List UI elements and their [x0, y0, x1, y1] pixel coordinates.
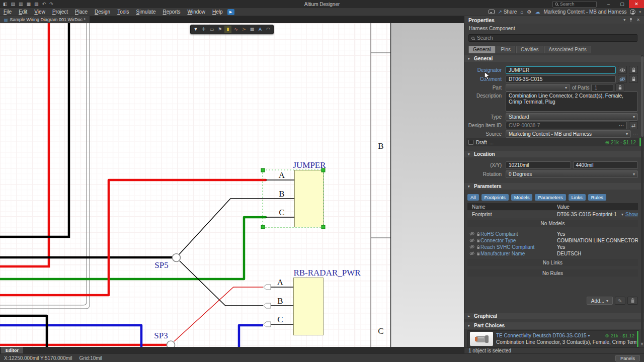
menu-window[interactable]: Window: [184, 9, 209, 15]
part-select[interactable]: ▾: [506, 84, 570, 92]
visibility-off-button[interactable]: [618, 75, 627, 83]
filter-models-button[interactable]: Models: [511, 194, 533, 201]
text-tool-icon[interactable]: A: [257, 26, 264, 33]
component-jumper-body[interactable]: [294, 170, 324, 227]
filter-footprints-button[interactable]: Footprints: [481, 194, 509, 201]
design-item-id-input[interactable]: CMP-00038-7 ···: [506, 122, 627, 129]
filter-all-button[interactable]: All: [467, 194, 479, 201]
menu-help[interactable]: Help: [209, 9, 226, 15]
delete-button[interactable]: [627, 297, 638, 305]
flag-tool-icon[interactable]: ⚑: [216, 26, 223, 33]
project-icon[interactable]: ▧: [34, 2, 39, 7]
document-icon[interactable]: ▤: [11, 2, 16, 7]
footprint-row[interactable]: Footprint DT06-3S-C015-Footprint-1 ▾ Sho…: [467, 211, 638, 218]
maximize-button[interactable]: ▢: [615, 0, 629, 8]
menu-simulate[interactable]: Simulate: [133, 9, 159, 15]
jumper-designator-label[interactable]: JUMPER: [289, 161, 330, 169]
filter-links-button[interactable]: Links: [569, 194, 586, 201]
section-location[interactable]: ▾ Location: [464, 151, 644, 157]
harness-tool-icon[interactable]: ≻: [240, 26, 248, 33]
more-icon[interactable]: ···: [617, 123, 624, 128]
tab-pins[interactable]: Pins: [497, 46, 515, 53]
filter-tool-icon[interactable]: ▼: [192, 26, 199, 33]
draft-dots[interactable]: ...: [490, 140, 494, 145]
tab-general[interactable]: General: [468, 46, 496, 53]
save-icon[interactable]: ▥: [19, 2, 23, 7]
add-button[interactable]: Add... ▾: [587, 297, 613, 305]
footprint-value[interactable]: DT06-3S-C015-Footprint-1: [557, 212, 619, 217]
splice-sp3-label[interactable]: SP3: [151, 331, 171, 340]
edit-button[interactable]: ✎: [615, 297, 625, 305]
chevron-down-icon[interactable]: ▾: [588, 333, 590, 338]
source-more-icon[interactable]: ···: [633, 131, 638, 137]
menu-reports[interactable]: Reports: [159, 9, 184, 15]
section-parameters[interactable]: ▾ Parameters: [464, 183, 644, 190]
workspace-name[interactable]: Marketing Content - MB and Harness: [543, 9, 626, 15]
sheet-tool-icon[interactable]: ▦: [249, 26, 256, 33]
lock-icon[interactable]: [476, 238, 480, 243]
user-avatar[interactable]: [630, 9, 635, 15]
menu-tools[interactable]: Tools: [114, 9, 132, 15]
tab-cavities[interactable]: Cavities: [516, 46, 543, 53]
gear-icon[interactable]: ⚙: [527, 9, 531, 15]
visibility-button[interactable]: [618, 66, 627, 74]
splice-sp5-label[interactable]: SP5: [151, 261, 172, 269]
designator-input[interactable]: JUMPER: [506, 66, 616, 74]
panel-scrollbar-thumb[interactable]: [641, 56, 643, 137]
panel-close-icon[interactable]: ✕: [636, 18, 640, 22]
highlight-tool-icon[interactable]: ▮: [224, 26, 231, 33]
lock-icon[interactable]: [476, 245, 480, 249]
menu-place[interactable]: Place: [71, 9, 91, 15]
filter-parameters-button[interactable]: Parameters: [535, 194, 566, 201]
type-select[interactable]: Standard ▾: [506, 113, 638, 121]
comment-icon[interactable]: [489, 10, 495, 14]
arc-tool-icon[interactable]: ◠: [265, 26, 272, 33]
run-icon[interactable]: ▶: [227, 9, 234, 15]
undo-icon[interactable]: ↶: [42, 2, 46, 7]
swap-button[interactable]: ⇄: [629, 121, 638, 129]
properties-search-input[interactable]: Search: [468, 34, 637, 42]
tab-associated-parts[interactable]: Associated Parts: [544, 46, 591, 53]
parameter-row[interactable]: RoHS Compliant Yes: [467, 230, 638, 237]
section-general[interactable]: ▾ General: [464, 55, 644, 62]
radar-designator-label[interactable]: RB-RADAR_PWR: [289, 268, 365, 277]
lock-icon[interactable]: [476, 251, 480, 256]
eye-off-icon[interactable]: [469, 238, 474, 242]
wire-tool-icon[interactable]: ∿: [232, 26, 239, 33]
menu-view[interactable]: View: [31, 9, 49, 15]
lock-button[interactable]: [629, 66, 638, 74]
section-part-choices[interactable]: ▾ Part Choices: [464, 322, 644, 329]
eye-off-icon[interactable]: [469, 232, 474, 236]
part-choice-card[interactable]: TE Connectivity Deutsch DT06-3S-C015 ▾ ⊕…: [467, 330, 639, 347]
move-tool-icon[interactable]: ✛: [200, 26, 207, 33]
eye-off-icon[interactable]: [469, 251, 474, 255]
document-tab[interactable]: ▤ Sample Wiring Diagram 001.WirDoc *: [0, 16, 90, 23]
part-choice-title[interactable]: TE Connectivity Deutsch DT06-3S-C015: [496, 333, 587, 338]
footprint-caret-icon[interactable]: ▾: [619, 212, 623, 217]
section-graphical[interactable]: ▸ Graphical: [464, 313, 644, 319]
draft-checkbox[interactable]: [468, 140, 473, 145]
of-parts-input[interactable]: 1: [591, 84, 613, 92]
parameter-row[interactable]: Manufacturer Name DEUTSCH: [467, 250, 638, 257]
part-card-caret-icon[interactable]: ▾: [641, 342, 643, 346]
chevron-down-icon[interactable]: ▾: [639, 10, 641, 14]
menu-file[interactable]: File: [0, 9, 15, 15]
menu-project[interactable]: Project: [49, 9, 71, 15]
close-button[interactable]: ✕: [629, 0, 644, 8]
eye-off-icon[interactable]: [469, 245, 474, 249]
redo-icon[interactable]: ↷: [49, 2, 53, 7]
minimize-button[interactable]: –: [602, 0, 615, 8]
component-rb-radar-pwr-body[interactable]: [293, 278, 324, 335]
filter-rules-button[interactable]: Rules: [588, 194, 606, 201]
description-input[interactable]: Combination Line Connector, 2 Contact(s)…: [506, 92, 638, 112]
select-rect-tool-icon[interactable]: ▭: [208, 26, 215, 33]
x-input[interactable]: 10210mil: [506, 161, 571, 169]
schematic-canvas[interactable]: JUMPER A B C RB-RADAR_PWR A B C SP5 SP3 …: [0, 23, 464, 347]
home-icon[interactable]: ⌂: [520, 9, 523, 15]
open-icon[interactable]: ▦: [27, 2, 31, 7]
lock-icon[interactable]: [476, 232, 480, 236]
panels-button[interactable]: Panels: [615, 355, 640, 361]
menu-design[interactable]: Design: [91, 9, 114, 15]
parameter-row[interactable]: Connector Type COMBINATION LINE CONNECTO…: [467, 237, 638, 244]
rotation-select[interactable]: 0 Degrees ▾: [506, 170, 638, 178]
